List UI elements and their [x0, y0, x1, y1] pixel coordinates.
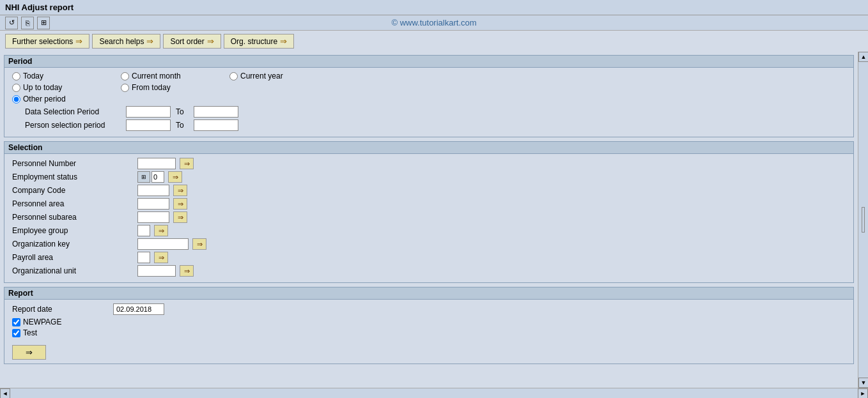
scroll-bottom-track [10, 388, 858, 398]
payroll-area-arrow-btn[interactable]: ⇒ [154, 252, 168, 263]
personnel-number-row: Personnel Number ⇒ [12, 158, 846, 169]
from-today-radio[interactable] [121, 84, 129, 92]
person-selection-to-label: To [176, 121, 189, 130]
other-period-radio[interactable] [12, 95, 20, 103]
personnel-area-label: Personnel area [12, 199, 134, 208]
employee-group-input[interactable] [137, 225, 150, 236]
person-selection-from-input[interactable] [126, 119, 171, 131]
report-date-input[interactable] [113, 303, 164, 315]
data-selection-row: Data Selection Period To [25, 106, 846, 118]
newpage-label: NEWPAGE [23, 318, 61, 326]
current-month-radio-label[interactable]: Current month [121, 72, 210, 80]
search-helps-button[interactable]: Search helps ⇒ [92, 34, 160, 49]
person-selection-to-input[interactable] [194, 119, 238, 131]
organization-key-input[interactable] [137, 238, 189, 250]
report-section-header: Report [4, 287, 853, 300]
current-month-label: Current month [132, 72, 181, 80]
company-code-label: Company Code [12, 186, 134, 195]
further-selections-button[interactable]: Further selections ⇒ [5, 34, 89, 49]
sort-order-button[interactable]: Sort order ⇒ [163, 34, 221, 49]
report-section: Report Report date NEWPAGE Test [4, 287, 854, 364]
employment-status-label: Employment status [12, 172, 134, 181]
bottom-arrow-icon: ⇒ [26, 348, 33, 357]
employment-status-row: Employment status ⊞ ⇒ [12, 171, 846, 183]
personnel-subarea-row: Personnel subarea ⇒ [12, 211, 846, 223]
personnel-subarea-arrow-btn[interactable]: ⇒ [173, 211, 187, 223]
toolbar: ↺ ⎘ ⊞ © www.tutorialkart.com [0, 15, 868, 31]
watermark: © www.tutorialkart.com [5, 18, 863, 27]
resize-handle[interactable] [862, 207, 865, 233]
current-month-radio[interactable] [121, 72, 129, 80]
report-date-row: Report date [12, 303, 846, 315]
organizational-unit-arrow-btn[interactable]: ⇒ [180, 265, 194, 277]
period-row-1: Today Current month Current year [12, 72, 846, 80]
scroll-down-arrow[interactable]: ▼ [858, 378, 868, 388]
scroll-left-arrow[interactable]: ◄ [0, 388, 10, 399]
organizational-unit-input[interactable] [137, 265, 176, 277]
data-selection-to-input[interactable] [194, 106, 238, 118]
company-code-row: Company Code ⇒ [12, 185, 846, 196]
personnel-area-input[interactable] [137, 198, 169, 210]
payroll-area-input[interactable] [137, 252, 150, 263]
data-selection-from-input[interactable] [126, 106, 171, 118]
right-scrollbar: ▲ ▼ [858, 52, 868, 388]
search-helps-label: Search helps [99, 37, 144, 46]
period-row-2: Up to today From today [12, 83, 846, 92]
bottom-scrollbar: ◄ ► [0, 388, 868, 398]
report-date-label: Report date [12, 305, 108, 314]
payroll-area-label: Payroll area [12, 253, 134, 262]
employment-status-input[interactable] [151, 171, 164, 183]
current-year-radio-label[interactable]: Current year [229, 72, 319, 80]
main-content: Period Today Current month [0, 52, 858, 388]
personnel-subarea-label: Personnel subarea [12, 213, 134, 222]
test-checkbox[interactable] [12, 329, 20, 337]
newpage-checkbox[interactable] [12, 318, 20, 326]
company-code-input[interactable] [137, 185, 169, 196]
org-structure-arrow: ⇒ [280, 36, 287, 46]
selection-section: Selection Personnel Number ⇒ Employment … [4, 141, 854, 283]
from-today-radio-label[interactable]: From today [121, 83, 210, 92]
up-to-today-radio-label[interactable]: Up to today [12, 83, 102, 92]
period-section-header: Period [4, 56, 853, 68]
personnel-area-arrow-btn[interactable]: ⇒ [173, 198, 187, 210]
personnel-number-arrow-btn[interactable]: ⇒ [180, 158, 194, 169]
org-structure-button[interactable]: Org. structure ⇒ [224, 34, 294, 49]
other-period-radio-label[interactable]: Other period [12, 95, 102, 103]
today-radio-label[interactable]: Today [12, 72, 102, 80]
employee-group-arrow-btn[interactable]: ⇒ [154, 225, 168, 236]
report-section-body: Report date NEWPAGE Test ⇒ [4, 300, 853, 364]
personnel-number-label: Personnel Number [12, 159, 134, 168]
nav-bar: Further selections ⇒ Search helps ⇒ Sort… [0, 31, 868, 52]
personnel-subarea-input[interactable] [137, 211, 169, 223]
scroll-up-arrow[interactable]: ▲ [858, 52, 868, 62]
employment-status-input-group: ⊞ [137, 171, 164, 183]
up-to-today-radio[interactable] [12, 84, 20, 92]
organization-key-label: Organization key [12, 240, 134, 249]
organizational-unit-row: Organizational unit ⇒ [12, 265, 846, 277]
organization-key-arrow-btn[interactable]: ⇒ [192, 238, 206, 250]
period-section-body: Today Current month Current year [4, 68, 853, 137]
personnel-number-input[interactable] [137, 158, 176, 169]
filter-icon[interactable]: ⊞ [37, 17, 50, 29]
payroll-area-row: Payroll area ⇒ [12, 252, 846, 263]
today-radio[interactable] [12, 72, 20, 80]
selection-section-body: Personnel Number ⇒ Employment status ⊞ ⇒ [4, 154, 853, 282]
company-code-arrow-btn[interactable]: ⇒ [173, 185, 187, 196]
current-year-label: Current year [240, 72, 283, 80]
today-label: Today [23, 72, 43, 80]
bottom-arrow-button[interactable]: ⇒ [12, 345, 46, 360]
employment-status-arrow-btn[interactable]: ⇒ [168, 171, 182, 183]
employment-status-icon[interactable]: ⊞ [137, 171, 150, 183]
scroll-right-arrow[interactable]: ► [858, 388, 868, 399]
period-section: Period Today Current month [4, 55, 854, 137]
employee-group-label: Employee group [12, 226, 134, 235]
test-label: Test [23, 328, 37, 337]
copy-icon[interactable]: ⎘ [21, 17, 34, 29]
search-helps-arrow: ⇒ [146, 36, 153, 46]
refresh-icon[interactable]: ↺ [5, 17, 18, 29]
from-today-label: From today [132, 83, 171, 92]
further-selections-label: Further selections [12, 37, 73, 46]
current-year-radio[interactable] [229, 72, 238, 80]
period-row-3: Other period [12, 95, 846, 103]
page-wrapper: NHI Adjust report ↺ ⎘ ⊞ © www.tutorialka… [0, 0, 868, 398]
